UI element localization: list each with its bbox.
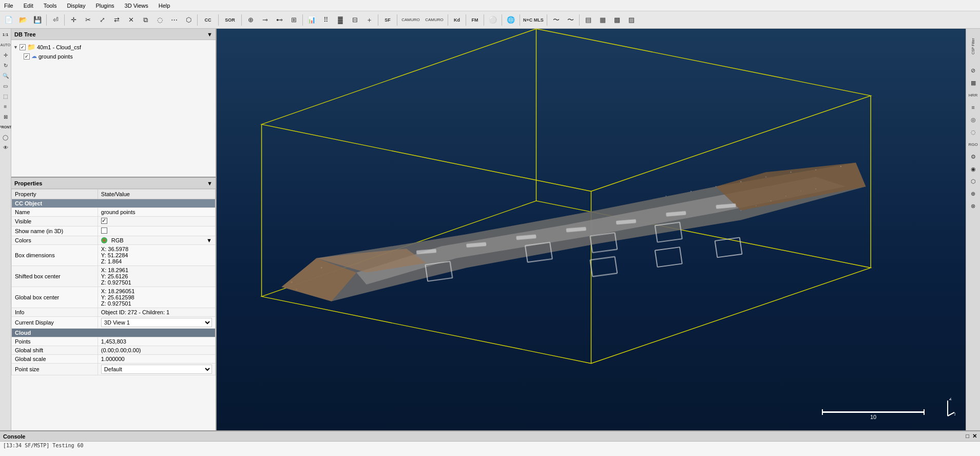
toolbar-noise[interactable]: ⋯ bbox=[167, 13, 181, 27]
left-tool-auto[interactable]: AUTO bbox=[1, 40, 10, 49]
prop-pointsize-value[interactable]: Default bbox=[98, 364, 215, 375]
pointsize-select[interactable]: Default bbox=[101, 365, 212, 374]
toolbar-sf1[interactable]: SF bbox=[380, 13, 395, 27]
right-tool-plugin3[interactable]: ⊕ bbox=[968, 188, 979, 199]
toolbar-point-picking[interactable]: ✛ bbox=[67, 13, 80, 27]
toolbar-sample[interactable]: ◌ bbox=[153, 13, 166, 27]
toolbar-nc-mls[interactable]: N+C MLS bbox=[522, 13, 545, 27]
left-tool-1to1[interactable]: 1:1 bbox=[1, 30, 10, 39]
right-tool-plugin2[interactable]: ⬡ bbox=[968, 176, 979, 187]
toolbar-dist[interactable]: ⊸ bbox=[258, 13, 272, 27]
toolbar-kd[interactable]: Kd bbox=[450, 13, 464, 27]
toolbar-extra2[interactable]: ▦ bbox=[596, 13, 609, 27]
toolbar-histogram[interactable]: ▓ bbox=[334, 13, 347, 27]
toolbar-vol[interactable]: ⊞ bbox=[287, 13, 300, 27]
left-tool-circle[interactable]: ◯ bbox=[1, 132, 10, 142]
tree-item-folder[interactable]: ▼ 📁 40m1 - Cloud_csf bbox=[13, 42, 214, 52]
left-tool-eye[interactable]: 👁 bbox=[1, 143, 10, 152]
svg-point-41 bbox=[771, 200, 772, 201]
viewport[interactable]: 10 Z X bbox=[217, 29, 966, 430]
toolbar-filter[interactable]: ⬡ bbox=[182, 13, 195, 27]
right-tool-rego[interactable]: RGO bbox=[968, 139, 979, 150]
left-tool-translate[interactable]: ✛ bbox=[1, 50, 10, 60]
toolbar-camuro1[interactable]: CAMURO bbox=[399, 13, 422, 27]
toolbar-apply[interactable]: ⏎ bbox=[49, 13, 62, 27]
visible-checkbox[interactable] bbox=[101, 218, 107, 224]
toolbar-edit1[interactable]: ⊕ bbox=[244, 13, 257, 27]
left-tool-front[interactable]: FRONT bbox=[1, 122, 10, 131]
prop-colors-value[interactable]: RGB ▼ bbox=[98, 236, 215, 245]
prop-row-point-size: Point size Default bbox=[12, 364, 216, 375]
toolbar-cc-label[interactable]: CC bbox=[200, 13, 216, 27]
menu-3dviews[interactable]: 3D Views bbox=[123, 3, 150, 9]
toolbar-wave1[interactable]: 〜 bbox=[549, 13, 563, 27]
right-tool-plugin4[interactable]: ⊗ bbox=[968, 200, 979, 212]
toolbar-open[interactable]: 📂 bbox=[16, 13, 30, 27]
left-tool-segments[interactable]: ⊠ bbox=[1, 112, 10, 121]
left-tool-layers[interactable]: ≡ bbox=[1, 102, 10, 111]
tree-checkbox-folder[interactable] bbox=[20, 44, 26, 50]
prop-row-name: Name ground points bbox=[12, 208, 216, 217]
toolbar-fm[interactable]: FM bbox=[468, 13, 482, 27]
left-tool-rotate[interactable]: ↻ bbox=[1, 61, 10, 70]
toolbar-merge[interactable]: ⧉ bbox=[139, 13, 152, 27]
toolbar-sor[interactable]: SOR bbox=[221, 13, 239, 27]
properties-collapse[interactable]: ▼ bbox=[207, 180, 213, 186]
left-tool-view[interactable]: ⬚ bbox=[1, 91, 10, 101]
col-property: Property bbox=[12, 189, 98, 199]
toolbar-globe[interactable]: 🌐 bbox=[504, 13, 517, 27]
menu-help[interactable]: Help bbox=[157, 3, 172, 9]
prop-name-value: ground points bbox=[98, 208, 215, 217]
toolbar-camuro2[interactable]: CAMURO bbox=[423, 13, 446, 27]
toolbar-save[interactable]: 💾 bbox=[31, 13, 44, 27]
colors-dropdown-arrow[interactable]: ▼ bbox=[206, 237, 212, 243]
menu-display[interactable]: Display bbox=[65, 3, 87, 9]
toolbar-new[interactable]: 📄 bbox=[2, 13, 15, 27]
toolbar-wave2[interactable]: 〜 bbox=[564, 13, 577, 27]
prop-boxdim-label: Box dimensions bbox=[12, 245, 98, 266]
section-cc-object: CC Object bbox=[12, 199, 216, 208]
toolbar-dist2[interactable]: ⊷ bbox=[273, 13, 286, 27]
menu-plugins[interactable]: Plugins bbox=[93, 3, 116, 9]
left-tool-zoom[interactable]: 🔍 bbox=[1, 71, 10, 80]
right-tool-hrr[interactable]: HRR bbox=[968, 89, 979, 101]
right-tool-layers[interactable]: ≡ bbox=[968, 102, 979, 113]
display-select[interactable]: 3D View 1 bbox=[101, 318, 212, 327]
showname-checkbox[interactable] bbox=[101, 227, 107, 234]
csp-filter-label: CSP Filter bbox=[971, 31, 975, 62]
properties-table: Property State/Value CC Object Name grou… bbox=[11, 189, 216, 375]
right-tool-settings[interactable]: ⚙ bbox=[968, 151, 979, 162]
toolbar-sep5 bbox=[241, 14, 242, 26]
menu-edit[interactable]: Edit bbox=[22, 3, 35, 9]
menu-file[interactable]: File bbox=[2, 3, 15, 9]
console-restore[interactable]: □ bbox=[966, 433, 969, 440]
toolbar-segment[interactable]: ✂ bbox=[81, 13, 94, 27]
menu-tools[interactable]: Tools bbox=[42, 3, 59, 9]
toolbar-chart[interactable]: 📊 bbox=[305, 13, 318, 27]
tree-item-cloud[interactable]: ☁ ground points bbox=[13, 52, 214, 61]
toolbar-scatter[interactable]: ⠿ bbox=[319, 13, 333, 27]
right-tool-lasso[interactable]: ◌ bbox=[968, 126, 979, 138]
prop-showname-value[interactable] bbox=[98, 226, 215, 236]
right-tool-plugin1[interactable]: ◉ bbox=[968, 163, 979, 175]
prop-visible-value[interactable] bbox=[98, 217, 215, 226]
toolbar-extra1[interactable]: ▤ bbox=[582, 13, 595, 27]
left-tool-rect[interactable]: ▭ bbox=[1, 81, 10, 90]
toolbar-delete[interactable]: ✕ bbox=[124, 13, 138, 27]
prop-display-value[interactable]: 3D View 1 bbox=[98, 317, 215, 329]
toolbar-extra3[interactable]: ▩ bbox=[610, 13, 624, 27]
toolbar-plus[interactable]: ＋ bbox=[362, 13, 376, 27]
toolbar-transform[interactable]: ⤢ bbox=[95, 13, 109, 27]
toolbar-section[interactable]: ⊟ bbox=[348, 13, 361, 27]
right-tool-grid[interactable]: ▦ bbox=[968, 77, 979, 88]
right-tool-ban[interactable]: ⊘ bbox=[968, 65, 979, 76]
toolbar-sphere[interactable]: ⚪ bbox=[486, 13, 499, 27]
scale-label: 10 bbox=[870, 414, 876, 420]
db-tree-collapse[interactable]: ▼ bbox=[207, 31, 213, 37]
right-tool-color[interactable]: ◎ bbox=[968, 114, 979, 125]
console-close[interactable]: ✕ bbox=[972, 433, 977, 440]
tree-checkbox-cloud[interactable] bbox=[24, 53, 30, 60]
svg-point-43 bbox=[800, 191, 801, 192]
toolbar-extra4[interactable]: ▨ bbox=[625, 13, 638, 27]
toolbar-mirror[interactable]: ⇄ bbox=[110, 13, 123, 27]
